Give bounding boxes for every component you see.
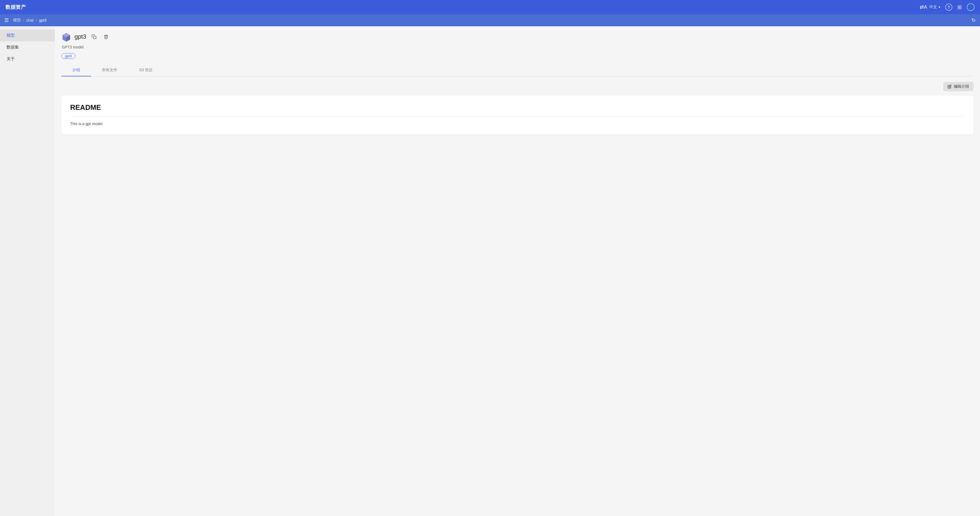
sidebar: 模型 数据集 关于 (0, 26, 55, 516)
readme-card: README This is a gpt model. (61, 95, 974, 135)
apps-grid-icon[interactable]: ⊞ (957, 4, 962, 10)
delete-button[interactable] (102, 32, 110, 41)
lang-selector[interactable]: ⇄A 中文 ▾ (920, 4, 940, 10)
lang-label: 中文 (929, 5, 937, 10)
chevron-down-icon: ▾ (939, 5, 940, 9)
breadcrumb-bar: ☰ 模型 › chat › gpt3 ↻ (0, 14, 980, 26)
delete-icon (103, 34, 108, 39)
sidebar-item-model[interactable]: 模型 (0, 30, 55, 41)
svg-rect-4 (94, 36, 96, 39)
readme-title: README (70, 103, 965, 116)
model-cube-icon (61, 32, 71, 41)
main-layout: 模型 数据集 关于 gpt3 (0, 26, 980, 516)
tab-all-files[interactable]: 所有文件 (91, 64, 128, 76)
edit-intro-button[interactable]: 编辑介绍 (943, 82, 974, 91)
model-description: GPT3 model. (61, 45, 974, 49)
topbar-right: ⇄A 中文 ▾ ? ⊞ 👤 (920, 3, 975, 11)
model-tag[interactable]: gpt3 (61, 53, 75, 59)
user-avatar-icon[interactable]: 👤 (967, 3, 975, 11)
translate-icon: ⇄A (920, 4, 927, 10)
copy-button[interactable] (90, 32, 99, 41)
copy-icon (92, 34, 97, 39)
hamburger-icon[interactable]: ☰ (5, 17, 9, 23)
breadcrumb-chat[interactable]: chat (26, 18, 33, 22)
tabs: 介绍 所有文件 S3 凭证 (61, 64, 974, 76)
topbar: 数据资产 ⇄A 中文 ▾ ? ⊞ 👤 (0, 0, 980, 14)
pencil-icon (948, 85, 951, 89)
readme-content: This is a gpt model. (70, 121, 965, 127)
sidebar-item-about[interactable]: 关于 (0, 53, 55, 65)
edit-btn-row: 编辑介绍 (61, 82, 974, 91)
tab-intro[interactable]: 介绍 (61, 64, 91, 76)
tab-s3-credentials[interactable]: S3 凭证 (128, 64, 164, 76)
sidebar-item-dataset[interactable]: 数据集 (0, 41, 55, 53)
model-name: gpt3 (75, 33, 86, 40)
refresh-icon[interactable]: ↻ (972, 17, 975, 23)
content-area: gpt3 GPT3 model. (55, 26, 980, 516)
breadcrumb-sep-1: › (23, 18, 24, 22)
model-header: gpt3 (61, 32, 974, 41)
app-title: 数据资产 (5, 4, 26, 10)
breadcrumb-sep-2: › (36, 18, 37, 22)
topbar-left: 数据资产 (5, 4, 26, 10)
breadcrumb-models[interactable]: 模型 (13, 18, 21, 23)
breadcrumb-gpt3: gpt3 (39, 18, 46, 22)
help-icon[interactable]: ? (945, 3, 952, 11)
